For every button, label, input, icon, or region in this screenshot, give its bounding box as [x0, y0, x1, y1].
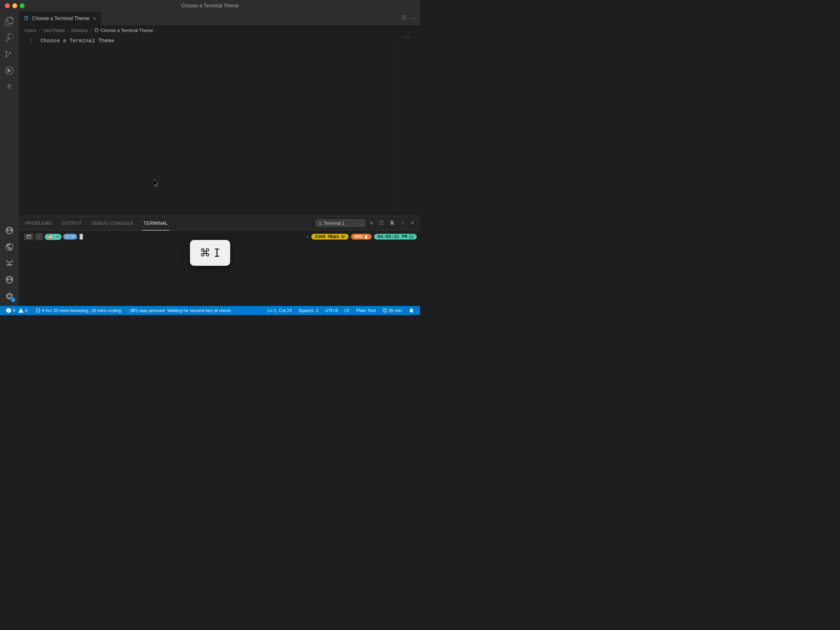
- sidebar-item-remote[interactable]: [2, 240, 17, 254]
- error-count[interactable]: 0 0: [4, 306, 29, 315]
- breadcrumb-desktop[interactable]: Desktop: [71, 28, 88, 33]
- terminal-selector-wrapper: 1: Terminal 1: [316, 219, 365, 227]
- active-tab[interactable]: Choose a Terminal Theme ×: [19, 11, 101, 25]
- status-bar: 0 0 4 hrs 32 mins browsing, 18 mins codi…: [0, 306, 420, 315]
- tab-debug-console[interactable]: DEBUG CONSOLE: [90, 216, 135, 231]
- title-bar: Choose a Terminal Theme: [0, 0, 420, 11]
- language-mode[interactable]: Plain Text: [354, 306, 377, 315]
- time-badge: 04:55:11 PM: [374, 234, 417, 240]
- terminal-status-bar: ✓ 1300 Mbps 45% 04:55:11 PM: [306, 234, 417, 240]
- terminal-cursor: [80, 234, 83, 240]
- git-badge: ~ ~: [63, 234, 77, 240]
- maximize-button[interactable]: [20, 3, 25, 8]
- warning-number: 0: [25, 308, 27, 313]
- sidebar-item-bear[interactable]: [2, 256, 17, 271]
- sidebar-item-explorer[interactable]: [2, 14, 17, 29]
- more-actions-icon[interactable]: ···: [411, 14, 417, 23]
- time-info[interactable]: 4 hrs 32 mins browsing, 18 mins coding: [34, 306, 123, 315]
- panel-tabs: PROBLEMS OUTPUT DEBUG CONSOLE TERMINAL 1…: [19, 216, 420, 231]
- window-title: Choose a Terminal Theme: [181, 3, 239, 9]
- panel-collapse-button[interactable]: [399, 219, 406, 228]
- breadcrumb-current: Choose a Terminal Theme: [94, 28, 153, 33]
- scrollbar[interactable]: [416, 35, 420, 216]
- line-col[interactable]: Ln 1, Col 24: [266, 306, 293, 315]
- chord-message: (⌘I) was pressed. Waiting for second key…: [128, 306, 235, 315]
- minimap: [397, 35, 416, 216]
- minimize-button[interactable]: [12, 3, 17, 8]
- keyboard-shortcut-overlay: ⌘ I: [190, 240, 230, 266]
- line-numbers: 1: [19, 35, 37, 216]
- editor-content: 1 Choose a Terminal Theme: [19, 35, 420, 216]
- sidebar-item-run[interactable]: [2, 63, 17, 78]
- breadcrumb: Users › YashTotale › Desktop › Choose a …: [19, 26, 420, 35]
- activity-bar-bottom: 1: [2, 272, 17, 306]
- tab-file-icon: [24, 16, 29, 21]
- sidebar-item-source-control[interactable]: [2, 47, 17, 62]
- status-left: 0 0 4 hrs 32 mins browsing, 18 mins codi…: [4, 306, 236, 315]
- code-line-1: Choose a Terminal Theme: [37, 37, 397, 45]
- line-number-1: 1: [19, 37, 32, 45]
- terminal-selector[interactable]: 1: Terminal 1: [316, 219, 365, 227]
- breadcrumb-sep-3: ›: [90, 28, 92, 33]
- tab-terminal[interactable]: TERMINAL: [142, 216, 170, 231]
- speed-badge: 1300 Mbps: [311, 234, 348, 240]
- battery-badge: 45%: [351, 234, 372, 240]
- settings-badge: 1: [11, 297, 16, 302]
- close-button[interactable]: [5, 3, 10, 8]
- home-badge: 🏠 ~: [45, 234, 62, 240]
- breadcrumb-yashtotale[interactable]: YashTotale: [43, 28, 65, 33]
- terminal-icon-box: [24, 233, 34, 240]
- add-terminal-button[interactable]: +: [368, 218, 374, 228]
- split-editor-icon[interactable]: [401, 14, 407, 23]
- apple-prompt: : [35, 233, 43, 240]
- encoding[interactable]: UTF-8: [323, 306, 339, 315]
- split-terminal-button[interactable]: [378, 219, 385, 228]
- terminal-check: ✓: [306, 234, 309, 240]
- cmd-symbol: ⌘: [200, 247, 210, 259]
- line-ending[interactable]: LF: [343, 306, 352, 315]
- settings-icon[interactable]: 1: [2, 289, 17, 304]
- tab-problems[interactable]: PROBLEMS: [24, 216, 54, 231]
- error-number: 0: [13, 308, 15, 313]
- tab-output[interactable]: OUTPUT: [60, 216, 83, 231]
- editor-text[interactable]: Choose a Terminal Theme: [37, 35, 397, 216]
- activity-bar: 1: [0, 11, 19, 306]
- sidebar-item-search[interactable]: [2, 30, 17, 45]
- timer[interactable]: 26 min: [381, 306, 404, 315]
- app-window: Choose a Terminal Theme: [0, 0, 420, 315]
- breadcrumb-sep-1: ›: [39, 28, 41, 33]
- tab-close-button[interactable]: ×: [93, 16, 96, 21]
- tab-bar: Choose a Terminal Theme × ···: [19, 11, 420, 26]
- account-icon[interactable]: [2, 272, 17, 287]
- browsing-time: 4 hrs 32 mins browsing, 18 mins coding: [42, 308, 121, 313]
- sidebar-item-extensions[interactable]: [2, 80, 17, 94]
- panel-close-button[interactable]: ×: [410, 219, 415, 228]
- notifications[interactable]: [407, 306, 416, 315]
- tab-actions: ···: [401, 11, 420, 25]
- tab-label: Choose a Terminal Theme: [32, 16, 89, 21]
- panel-tab-actions: 1: Terminal 1 +: [316, 218, 415, 228]
- apple-icon: : [38, 234, 41, 240]
- sidebar-item-gitlens[interactable]: [2, 223, 17, 238]
- kill-terminal-button[interactable]: [388, 219, 396, 228]
- traffic-lights: [5, 3, 25, 8]
- spaces[interactable]: Spaces: 2: [297, 306, 320, 315]
- status-right: Ln 1, Col 24 Spaces: 2 UTF-8 LF Plain Te…: [266, 306, 416, 315]
- terminal-prompt-line:  🏠 ~ ~ ~ ✓: [24, 233, 415, 240]
- kbd-letter: I: [214, 247, 220, 259]
- breadcrumb-users[interactable]: Users: [25, 28, 37, 33]
- breadcrumb-sep-2: ›: [67, 28, 69, 33]
